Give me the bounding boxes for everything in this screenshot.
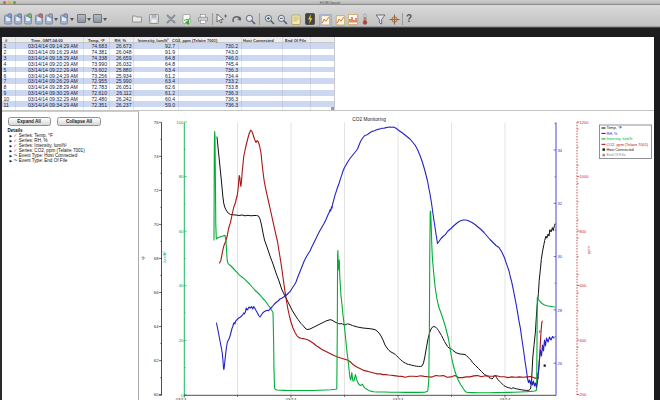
svg-text:200: 200 bbox=[580, 392, 587, 397]
svg-text:1000: 1000 bbox=[580, 174, 590, 179]
svg-text:1200: 1200 bbox=[580, 120, 590, 125]
svg-text:68: 68 bbox=[154, 256, 159, 261]
svg-text:72: 72 bbox=[154, 188, 159, 193]
svg-text:62: 62 bbox=[154, 358, 159, 363]
svg-text:74: 74 bbox=[154, 154, 159, 159]
svg-text:CO2, ppm (Telaire 7001): CO2, ppm (Telaire 7001) bbox=[607, 143, 649, 147]
svg-text:CO2 Monitoring: CO2 Monitoring bbox=[352, 117, 386, 122]
svg-text:End Of File: End Of File bbox=[607, 153, 626, 157]
svg-text:RH, %: RH, % bbox=[607, 132, 619, 136]
svg-text:66: 66 bbox=[154, 290, 159, 295]
svg-text:lum/ft²: lum/ft² bbox=[162, 251, 167, 263]
svg-text:64: 64 bbox=[154, 324, 159, 329]
svg-text:26: 26 bbox=[558, 361, 563, 366]
svg-text:Temp, °F: Temp, °F bbox=[607, 126, 623, 130]
svg-text:600: 600 bbox=[580, 283, 587, 288]
svg-text:40: 40 bbox=[179, 283, 184, 288]
svg-text:76: 76 bbox=[154, 120, 159, 125]
svg-text:34: 34 bbox=[558, 148, 563, 153]
svg-text:Host Connected: Host Connected bbox=[607, 148, 634, 152]
svg-text:60: 60 bbox=[154, 392, 159, 397]
svg-text:800: 800 bbox=[580, 229, 587, 234]
svg-text:60: 60 bbox=[179, 229, 184, 234]
svg-text:400: 400 bbox=[580, 338, 587, 343]
svg-text:28: 28 bbox=[558, 308, 563, 313]
svg-text:70: 70 bbox=[154, 222, 159, 227]
svg-text:20: 20 bbox=[179, 338, 184, 343]
svg-text:32: 32 bbox=[558, 201, 563, 206]
svg-text:Intensity, lum/ft²: Intensity, lum/ft² bbox=[607, 137, 634, 141]
svg-text:30: 30 bbox=[558, 254, 563, 259]
svg-text:°F: °F bbox=[141, 255, 146, 260]
svg-text:80: 80 bbox=[179, 174, 184, 179]
svg-text:ppm: ppm bbox=[586, 245, 591, 253]
svg-text:100: 100 bbox=[176, 120, 184, 125]
